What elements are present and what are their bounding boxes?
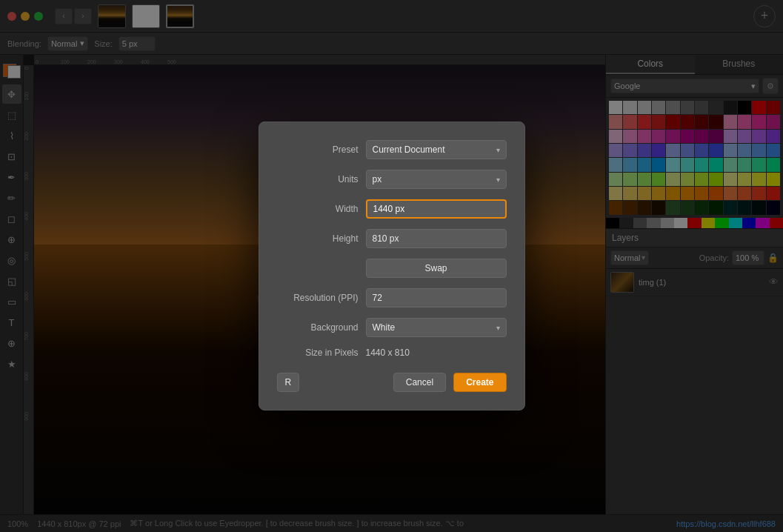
preset-select[interactable]: Current Document ▾ xyxy=(366,140,507,159)
size-pixels-label: Size in Pixels xyxy=(277,348,359,358)
background-select[interactable]: White ▾ xyxy=(366,318,507,337)
chevron-down-icon: ▾ xyxy=(496,146,500,154)
resolution-input[interactable] xyxy=(366,288,507,307)
background-row: Background White ▾ xyxy=(277,318,507,337)
units-label: Units xyxy=(277,174,359,184)
swap-button[interactable]: Swap xyxy=(366,259,507,278)
units-row: Units px ▾ xyxy=(277,170,507,189)
resolution-row: Resolution (PPI) xyxy=(277,288,507,307)
background-label: Background xyxy=(277,322,359,333)
height-label: Height xyxy=(277,233,359,244)
units-select[interactable]: px ▾ xyxy=(366,170,507,189)
width-label: Width xyxy=(277,204,359,214)
modal-overlay: Preset Current Document ▾ Units px ▾ Wid… xyxy=(0,0,783,532)
size-pixels-value: 1440 x 810 xyxy=(366,348,410,358)
cancel-button[interactable]: Cancel xyxy=(393,373,446,392)
height-input[interactable] xyxy=(366,229,507,248)
preset-value: Current Document xyxy=(373,144,445,155)
chevron-down-icon: ▾ xyxy=(496,176,500,184)
units-value: px xyxy=(373,174,382,184)
swap-row: Swap xyxy=(277,259,507,278)
create-button[interactable]: Create xyxy=(453,373,506,392)
background-value: White xyxy=(373,322,396,333)
size-pixels-row: Size in Pixels 1440 x 810 xyxy=(277,348,507,358)
width-row: Width xyxy=(277,199,507,219)
height-row: Height xyxy=(277,229,507,248)
preset-row: Preset Current Document ▾ xyxy=(277,140,507,159)
preset-label: Preset xyxy=(277,144,359,155)
modal-buttons: R Cancel Create xyxy=(277,373,507,392)
chevron-down-icon: ▾ xyxy=(496,324,500,332)
resolution-label: Resolution (PPI) xyxy=(277,293,359,303)
swap-label: Swap xyxy=(424,263,447,273)
width-input[interactable] xyxy=(366,199,507,219)
r-button[interactable]: R xyxy=(277,373,300,392)
new-document-dialog: Preset Current Document ▾ Units px ▾ Wid… xyxy=(259,122,525,410)
